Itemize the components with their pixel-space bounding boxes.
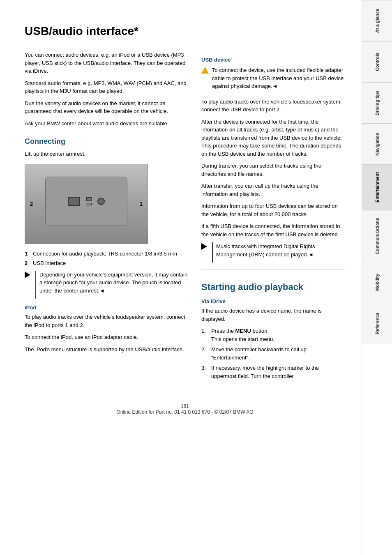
footer-text: Online Edition for Part no. 01 41 0 013 … xyxy=(25,409,345,415)
sidebar-tab-driving-tips[interactable]: Driving tips xyxy=(362,82,392,123)
sidebar-tab-controls[interactable]: Controls xyxy=(362,41,392,82)
item-2-num: 2 xyxy=(25,259,33,267)
ipod-para-1: To play audio tracks over the vehicle's … xyxy=(25,313,189,329)
step-2-text: Move the controller backwards to call up… xyxy=(211,345,345,362)
usb-warning-note: To connect the device, use the included … xyxy=(201,66,345,94)
step-3-text: If necessary, move the highlight marker … xyxy=(211,364,345,380)
usb-para-5: Information from up to four USB devices … xyxy=(201,202,345,218)
item-1-text: Connection for audio playback: TRS conne… xyxy=(33,250,177,258)
sidebar-tab-entertainment[interactable]: Entertainment xyxy=(362,164,392,210)
diagram-label-1: 1 xyxy=(140,201,143,207)
page-footer: 181 Online Edition for Part no. 01 41 0 … xyxy=(25,399,345,415)
copyright-note: BMW AG xyxy=(145,229,148,243)
usb-warning-text: To connect the device, use the included … xyxy=(212,66,345,90)
diagram-label-2: 2 xyxy=(30,201,33,207)
drm-note-text: Music tracks with integrated Digital Rig… xyxy=(216,242,345,258)
sidebar-tab-communications[interactable]: Communications xyxy=(362,210,392,262)
play-icon-connecting xyxy=(25,272,32,278)
sidebar-tab-mobility[interactable]: Mobility xyxy=(362,262,392,303)
main-content: USB/audio interface* You can connect aud… xyxy=(0,0,362,555)
sidebar-tab-navigation[interactable]: Navigation xyxy=(362,123,392,164)
step-1-text: Press the MENU button.This opens the sta… xyxy=(211,327,274,343)
section-divider xyxy=(201,269,345,269)
ipod-heading: iPod xyxy=(25,304,189,311)
intro-para-3: Due the variety of audio devices on the … xyxy=(25,99,189,115)
sidebar-tab-reference[interactable]: Reference xyxy=(362,303,392,344)
diagram-inner: 2 1 BMW AG xyxy=(25,164,148,244)
usb-para-4: After transfer, you can call up the trac… xyxy=(201,182,345,198)
diagram-box: 2 1 BMW AG xyxy=(25,164,148,244)
drm-note: Music tracks with integrated Digital Rig… xyxy=(201,242,345,263)
connecting-heading: Connecting xyxy=(25,137,189,146)
footer-page-number: 181 xyxy=(25,403,345,409)
item-1-num: 1 xyxy=(25,250,33,258)
play-icon-drm xyxy=(201,243,209,250)
page-title: USB/audio interface* xyxy=(25,25,345,41)
ipod-para-2: To connect the iPod, use an iPod adapter… xyxy=(25,333,189,341)
ipod-para-3: The iPod's menu structure is supported b… xyxy=(25,345,189,354)
usb-para-6: If a fifth USB device is connected, the … xyxy=(201,222,345,238)
starting-audio-intro: If the audio device has a device name, t… xyxy=(201,307,345,323)
warning-triangle-icon xyxy=(201,67,209,74)
step-1-bold: MENU xyxy=(235,328,251,334)
sidebar-tab-at-a-glance[interactable]: At a glance xyxy=(362,0,392,41)
step-2-num: 2. xyxy=(201,345,211,362)
step-1: 1. Press the MENU button.This opens the … xyxy=(201,327,345,343)
step-3-num: 3. xyxy=(201,364,211,380)
right-column: USB device To connect the device, use th… xyxy=(201,51,345,382)
starting-audio-steps: 1. Press the MENU button.This opens the … xyxy=(201,327,345,380)
connecting-item-2: 2 USB interface xyxy=(25,259,189,267)
left-column: You can connect audio devices, e.g. an i… xyxy=(25,51,189,382)
connecting-note: Depending on your vehicle's equipment ve… xyxy=(25,271,189,299)
usb-para-1: To play audio tracks over the vehicle's … xyxy=(201,98,345,114)
intro-para-2: Standard audio formats, e.g. MP3, WMA, W… xyxy=(25,79,189,95)
step-1-num: 1. xyxy=(201,327,211,343)
starting-audio-heading: Starting audio playback xyxy=(201,282,345,292)
item-2-text: USB interface xyxy=(33,259,66,267)
step-3: 3. If necessary, move the highlight mark… xyxy=(201,364,345,380)
usb-para-3: During transfer, you can select the trac… xyxy=(201,162,345,178)
intro-para-4: Ask your BMW center about what audio dev… xyxy=(25,120,189,128)
intro-para-1: You can connect audio devices, e.g. an i… xyxy=(25,51,189,75)
connecting-intro: Lift up the center armrest. xyxy=(25,150,189,158)
usb-para-2: After the device is connected for the fi… xyxy=(201,118,345,158)
connecting-item-1: 1 Connection for audio playback: TRS con… xyxy=(25,250,189,258)
connecting-note-text: Depending on your vehicle's equipment ve… xyxy=(39,271,189,295)
step-2: 2. Move the controller backwards to call… xyxy=(201,345,345,362)
via-idrive-heading: Via iDrive xyxy=(201,298,345,304)
connecting-items: 1 Connection for audio playback: TRS con… xyxy=(25,250,189,267)
usb-device-heading: USB device xyxy=(201,57,345,63)
right-sidebar: At a glance Controls Driving tips Naviga… xyxy=(362,0,392,555)
